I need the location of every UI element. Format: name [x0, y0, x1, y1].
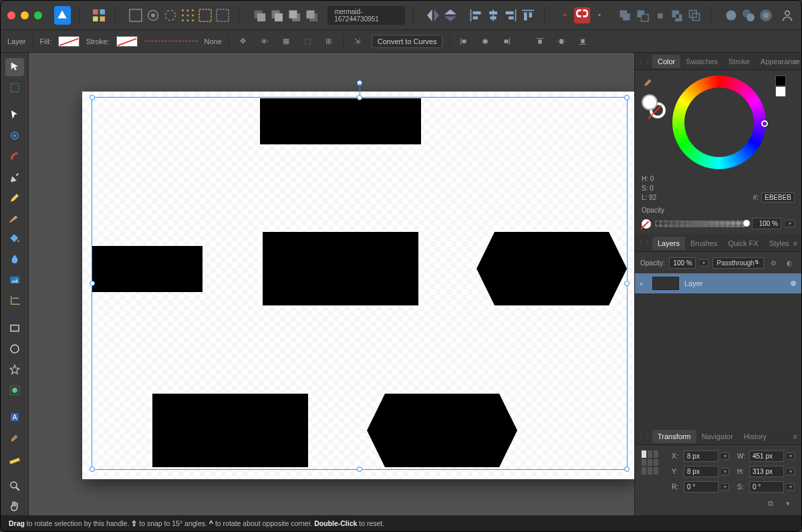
tab-stroke[interactable]: Stroke — [723, 55, 755, 68]
align-top-icon[interactable] — [520, 7, 536, 23]
cycle-select-icon[interactable]: ⬚ — [300, 34, 315, 49]
transform-separately-icon[interactable]: ⇲ — [350, 34, 365, 49]
hue-handle[interactable] — [761, 120, 768, 127]
selection-handle-br[interactable] — [624, 467, 630, 472]
anchor-grid[interactable] — [642, 450, 658, 475]
pencil-tool[interactable] — [5, 188, 24, 207]
transform-h-input[interactable] — [749, 466, 784, 477]
s-stepper-icon[interactable]: ▾ — [787, 483, 795, 491]
align-middle-ctx-icon[interactable] — [554, 34, 569, 49]
canvas[interactable] — [29, 53, 634, 515]
transform-x-input[interactable] — [684, 450, 718, 462]
layer-opacity-input[interactable] — [669, 257, 696, 269]
zoom-tool[interactable] — [5, 477, 24, 495]
view-mode-icon[interactable] — [128, 7, 144, 23]
selection-handle-bl[interactable] — [90, 467, 95, 472]
move-origin-icon[interactable]: ✥ — [236, 34, 251, 49]
layer-opacity-stepper-icon[interactable]: ▾ — [700, 259, 708, 267]
insert-behind-icon[interactable] — [741, 7, 757, 23]
snapping-toggle-icon[interactable]: ⌖ — [557, 7, 573, 23]
opacity-slider[interactable] — [655, 221, 748, 227]
align-left-ctx-icon[interactable] — [456, 34, 471, 49]
transform-y-input[interactable] — [684, 466, 718, 477]
panel-drag-icon[interactable]: ⋮⋮ — [638, 239, 651, 247]
opacity-slider-handle[interactable] — [743, 219, 751, 227]
w-stepper-icon[interactable]: ▾ — [787, 452, 795, 460]
tab-brushes[interactable]: Brushes — [685, 237, 722, 250]
ellipse-tool[interactable] — [5, 340, 24, 358]
tab-swatches[interactable]: Swatches — [680, 55, 723, 68]
place-image-tool[interactable] — [5, 271, 24, 289]
fill-tool[interactable] — [5, 230, 24, 248]
align-center-ctx-icon[interactable] — [478, 34, 493, 49]
rectangle-tool[interactable] — [5, 319, 24, 337]
selection-handle-tl[interactable] — [90, 95, 95, 100]
opacity-stepper-icon[interactable]: ▾ — [785, 220, 795, 227]
stroke-width-slider[interactable] — [144, 41, 198, 42]
opacity-input[interactable] — [752, 218, 781, 229]
align-top-ctx-icon[interactable] — [533, 34, 547, 49]
color-panel-menu-icon[interactable]: ≡ — [793, 57, 797, 65]
align-right-icon[interactable] — [503, 7, 519, 23]
layer-row[interactable]: ▸ Layer — [635, 273, 801, 293]
selection-handle-bm[interactable] — [357, 467, 362, 472]
tab-navigator[interactable]: Navigator — [696, 430, 739, 443]
tab-history[interactable]: History — [739, 430, 772, 443]
contour-tool[interactable] — [5, 126, 24, 144]
deselect-icon[interactable] — [215, 7, 231, 23]
transform-mode-icon[interactable]: ▦ — [279, 34, 293, 49]
bool-xor-icon[interactable] — [669, 7, 685, 23]
snapping-menu-icon[interactable]: ▾ — [591, 7, 608, 23]
star-tool[interactable] — [5, 360, 24, 378]
insert-inside-icon[interactable] — [758, 7, 774, 23]
maximize-window-button[interactable] — [34, 11, 42, 19]
persona-switch-icon[interactable] — [91, 7, 107, 23]
hide-selection-icon[interactable]: 👁 — [257, 34, 272, 49]
align-hcenter-icon[interactable] — [485, 7, 501, 23]
minimize-window-button[interactable] — [21, 11, 29, 19]
selection-box[interactable] — [92, 97, 628, 470]
bool-intersect-icon[interactable] — [652, 7, 668, 23]
x-stepper-icon[interactable]: ▾ — [721, 452, 729, 460]
transform-w-input[interactable] — [749, 450, 784, 462]
selection-handle-mr[interactable] — [624, 281, 630, 286]
panel-drag-icon[interactable]: ⋮⋮ — [638, 57, 651, 65]
panel-drag-icon[interactable]: ⋮⋮ — [638, 432, 651, 440]
fill-stroke-selector[interactable] — [642, 94, 666, 118]
brush-tool[interactable] — [5, 209, 24, 227]
transparency-tool[interactable] — [5, 251, 24, 269]
layers-list[interactable]: ▸ Layer — [635, 273, 801, 428]
close-window-button[interactable] — [7, 11, 15, 19]
tab-styles[interactable]: Styles — [764, 237, 795, 250]
transform-options-icon[interactable]: ▾ — [781, 497, 795, 510]
bool-divide-icon[interactable] — [686, 7, 702, 23]
selection-handle-ml[interactable] — [90, 281, 95, 286]
move-tool[interactable] — [5, 58, 24, 76]
show-alignment-icon[interactable]: ⊞ — [321, 34, 336, 49]
arrange-back-icon[interactable] — [251, 7, 267, 23]
tab-quickfx[interactable]: Quick FX — [722, 237, 763, 250]
eyedropper-tool[interactable] — [5, 429, 24, 447]
sl-handle[interactable] — [698, 138, 704, 145]
selection-handle-tm[interactable] — [357, 95, 362, 100]
color-picker-icon[interactable] — [642, 76, 655, 89]
arrange-front-icon[interactable] — [303, 7, 319, 23]
fill-color-swatch[interactable] — [642, 94, 658, 110]
hex-input[interactable] — [761, 192, 795, 203]
toggle-grid-icon[interactable] — [180, 7, 196, 23]
arrange-backone-icon[interactable] — [269, 7, 285, 23]
y-stepper-icon[interactable]: ▾ — [721, 468, 729, 475]
convert-to-curves-button[interactable]: Convert to Curves — [372, 35, 443, 48]
align-left-icon[interactable] — [468, 7, 484, 23]
flip-horizontal-icon[interactable] — [425, 7, 441, 23]
artboard-tool[interactable] — [5, 79, 24, 97]
defaults-revert-icon[interactable] — [162, 7, 178, 23]
color-wheel[interactable] — [672, 76, 766, 169]
pen-tool[interactable] — [5, 168, 24, 186]
bool-subtract-icon[interactable] — [634, 7, 650, 23]
tab-transform[interactable]: Transform — [652, 430, 696, 443]
insert-target-icon[interactable] — [723, 7, 739, 23]
shapes-tool[interactable] — [5, 381, 24, 399]
defaults-sync-icon[interactable] — [145, 7, 161, 23]
noise-toggle-icon[interactable] — [642, 219, 651, 229]
